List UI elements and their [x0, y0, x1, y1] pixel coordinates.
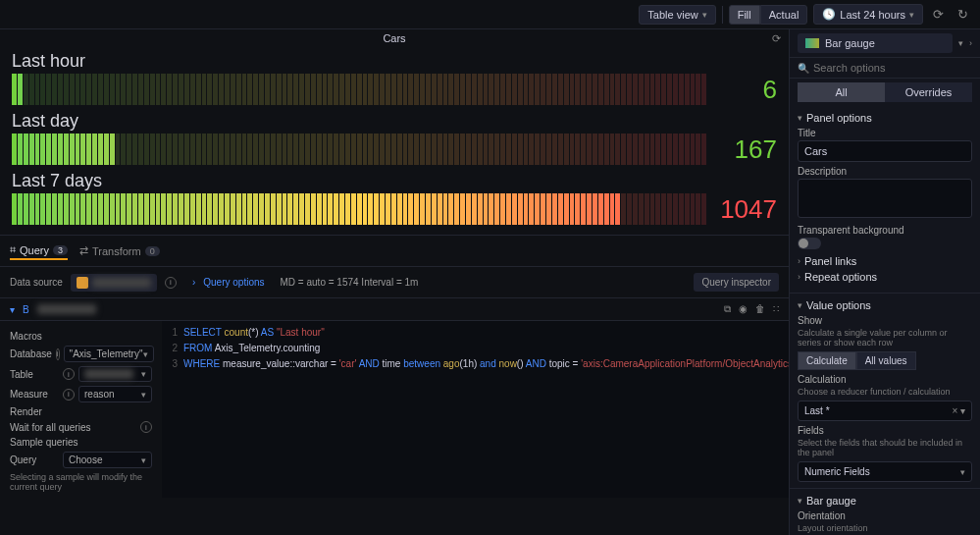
fields-select[interactable]: Numeric Fields▾ [798, 461, 972, 482]
value-options-header[interactable]: ▾Value options [798, 299, 972, 311]
sample-query-label: Query [10, 455, 59, 465]
sample-query-select[interactable]: Choose▾ [63, 452, 152, 468]
time-range-label: Last 24 hours [840, 9, 905, 21]
render-heading: Render [10, 406, 152, 417]
line-number: 2 [162, 341, 183, 356]
panel-options-header[interactable]: ▾Panel options [798, 112, 972, 124]
table-view-button[interactable]: Table view ▾ [639, 5, 715, 25]
gauge-row: Last hour6 [12, 51, 777, 105]
info-icon[interactable]: i [56, 348, 60, 360]
repeat-options-header[interactable]: ›Repeat options [798, 271, 972, 283]
transparent-bg-label: Transparent background [798, 225, 972, 236]
query-inspector-button[interactable]: Query inspector [694, 273, 779, 292]
gauge-label: Last hour [12, 51, 777, 72]
title-field-label: Title [798, 128, 972, 138]
calculation-desc: Choose a reducer function / calculation [798, 387, 972, 397]
data-source-label: Data source [10, 277, 63, 288]
table-value [84, 369, 133, 379]
gauge-value: 1047 [718, 194, 777, 225]
fields-value: Numeric Fields [804, 466, 870, 477]
tab-overrides[interactable]: Overrides [885, 82, 972, 102]
panel-refresh-icon[interactable]: ⟳ [772, 32, 781, 45]
query-tab[interactable]: ⌗ Query 3 [10, 241, 68, 260]
transform-count-badge: 0 [145, 246, 160, 256]
chevron-down-icon: ▾ [702, 10, 707, 20]
search-input[interactable] [813, 62, 972, 74]
measure-label: Measure [10, 389, 59, 400]
info-icon[interactable]: i [63, 389, 75, 401]
info-icon[interactable]: i [140, 421, 152, 433]
query-options-meta: MD = auto = 1574 Interval = 1m [281, 277, 419, 288]
search-icon: 🔍 [798, 63, 809, 74]
table-select[interactable]: ▾ [78, 366, 152, 382]
transparent-toggle[interactable] [798, 238, 821, 249]
info-icon[interactable]: i [165, 277, 177, 289]
query-name [37, 304, 96, 314]
show-label: Show [798, 315, 972, 326]
bar-gauge-icon [805, 38, 819, 48]
sql-editor[interactable]: 1SELECT count(*) AS "Last hour" 2FROM Ax… [162, 321, 789, 498]
collapse-query-icon[interactable]: ▾ [10, 304, 15, 315]
visualization-picker[interactable]: Bar gauge [798, 33, 953, 53]
drag-query-icon[interactable]: ∷ [773, 303, 779, 315]
duplicate-query-icon[interactable]: ⧉ [724, 303, 731, 315]
chevron-down-icon: ▾ [909, 10, 914, 20]
calculation-value: Last * [804, 405, 830, 416]
tab-all[interactable]: All [798, 82, 885, 102]
line-number: 3 [162, 356, 183, 372]
panel-title-input[interactable] [798, 140, 972, 162]
actual-button[interactable]: Actual [760, 5, 808, 25]
refresh-icon[interactable]: ↻ [954, 3, 972, 26]
description-input[interactable] [798, 179, 972, 218]
gauge-bar [12, 74, 706, 105]
table-view-label: Table view [647, 9, 697, 21]
description-label: Description [798, 166, 972, 177]
orientation-label: Orientation [798, 510, 972, 521]
delete-query-icon[interactable]: 🗑 [755, 303, 765, 315]
database-value: "Axis_Telemetry" [70, 348, 143, 359]
fit-mode-group: Fill Actual [729, 5, 808, 25]
database-select[interactable]: "Axis_Telemetry"▾ [64, 346, 154, 362]
visualization-name: Bar gauge [825, 37, 875, 49]
panel-preview: Cars ⟳ Last hour6Last day167Last 7 days1… [0, 29, 789, 235]
panel-links-header[interactable]: ›Panel links [798, 255, 972, 267]
query-ref-id: B [23, 304, 29, 315]
transform-tab-label: Transform [92, 245, 141, 257]
fields-label: Fields [798, 425, 972, 436]
toggle-query-icon[interactable]: ◉ [739, 303, 748, 315]
query-icon: ⌗ [10, 243, 16, 256]
gauge-value: 6 [718, 75, 777, 105]
fields-desc: Select the fields that should be include… [798, 438, 972, 457]
query-options-link[interactable]: Query options [203, 277, 264, 288]
choose-placeholder: Choose [69, 455, 102, 465]
chevron-down-icon: ▾ [958, 38, 963, 48]
transform-icon: ⇄ [79, 244, 88, 257]
measure-value: reason [84, 389, 115, 400]
datasource-logo-icon [77, 277, 88, 289]
info-icon[interactable]: i [63, 368, 75, 380]
all-values-option[interactable]: All values [856, 351, 916, 370]
zoom-out-icon[interactable]: ⟳ [929, 3, 948, 26]
chevron-right-icon[interactable]: › [969, 38, 972, 48]
transform-tab[interactable]: ⇄ Transform 0 [79, 242, 160, 259]
gauge-bar [12, 193, 706, 225]
calculate-option[interactable]: Calculate [798, 351, 856, 370]
sample-note: Selecting a sample will modify the curre… [10, 472, 152, 492]
bar-gauge-header[interactable]: ▾Bar gauge [798, 495, 972, 507]
fill-button[interactable]: Fill [729, 5, 760, 25]
database-label: Database [10, 348, 52, 359]
gauge-row: Last day167 [12, 111, 777, 165]
orientation-desc: Layout orientation [798, 523, 972, 533]
time-range-picker[interactable]: 🕓 Last 24 hours ▾ [813, 4, 923, 25]
panel-title: Cars [383, 32, 405, 44]
calculation-select[interactable]: Last *× ▾ [798, 401, 972, 421]
gauge-label: Last 7 days [12, 171, 777, 191]
gauge-bar [12, 134, 706, 165]
measure-select[interactable]: reason▾ [78, 386, 152, 402]
gauge-label: Last day [12, 111, 777, 132]
wait-label: Wait for all queries [10, 422, 136, 433]
data-source-picker[interactable] [71, 274, 157, 292]
gauge-value: 167 [718, 134, 777, 165]
calculation-label: Calculation [798, 374, 972, 385]
line-number: 1 [162, 325, 183, 341]
